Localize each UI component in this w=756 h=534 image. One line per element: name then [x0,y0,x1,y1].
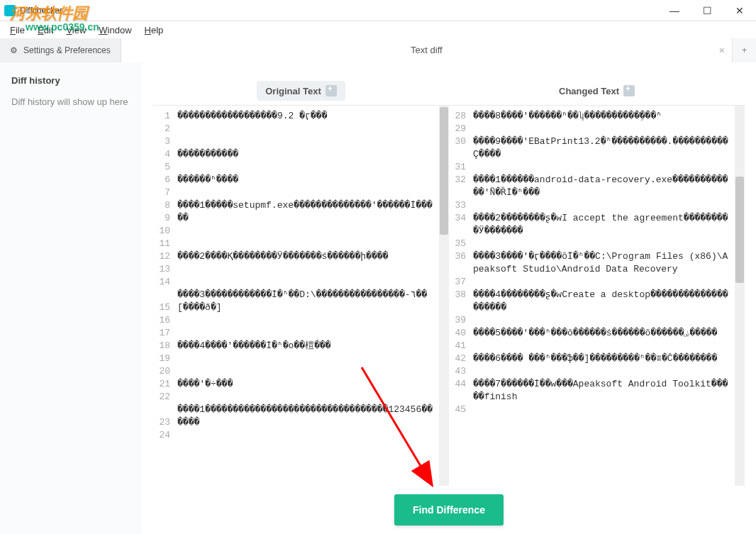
upload-icon[interactable] [326,85,337,96]
close-button[interactable]: ✕ [723,0,756,21]
original-text-header: Original Text [153,77,449,105]
changed-text-title: Changed Text [559,86,619,96]
upload-icon[interactable] [623,85,635,96]
maximize-button[interactable]: ☐ [691,0,723,21]
menu-edit[interactable]: Edit [32,23,59,37]
sidebar-title: Diff history [11,75,130,86]
menu-window[interactable]: Window [93,23,137,37]
app-icon [4,5,16,16]
tab-label: Text diff [411,45,443,55]
sliders-icon: ⚙ [10,45,18,55]
line-gutter: 282930 3132 3334 3536 3738 394041424344 … [449,106,470,486]
sidebar: Diff history Diff history will show up h… [0,62,142,534]
minimize-button[interactable]: — [658,0,691,21]
tab-add-button[interactable]: + [732,38,756,62]
scroll-thumb[interactable] [735,177,744,283]
line-gutter: 1234567891011121314 1516171819202122 232… [153,106,174,486]
toolbar: ⚙ Settings & Preferences Text diff × + [0,38,756,62]
scrollbar[interactable] [439,106,449,486]
app-title: Diffchecker [20,6,62,16]
settings-label: Settings & Preferences [23,45,111,55]
code-area[interactable]: ����8����'������ʱ��ʮ����������ܹ���ʱ ����… [470,106,735,486]
find-difference-button[interactable]: Find Difference [394,494,504,525]
original-text-title: Original Text [265,86,321,96]
original-text-editor[interactable]: 1234567891011121314 1516171819202122 232… [153,105,449,486]
menu-file[interactable]: File [4,23,30,37]
titlebar: Diffchecker — ☐ ✕ [0,0,756,21]
changed-text-editor[interactable]: 282930 3132 3334 3536 3738 394041424344 … [449,105,745,486]
code-area[interactable]: ������������������9.2 �ӷ��� ����������� … [174,106,439,486]
tab-text-diff[interactable]: Text diff × [121,38,732,62]
menu-view[interactable]: View [60,23,91,37]
menu-help[interactable]: Help [139,23,169,37]
menubar: File Edit View Window Help [0,21,756,38]
scroll-thumb[interactable] [440,107,448,235]
tab-close-icon[interactable]: × [719,45,725,56]
sidebar-empty-text: Diff history will show up here [11,96,130,109]
settings-preferences-button[interactable]: ⚙ Settings & Preferences [0,38,121,62]
scrollbar[interactable] [735,106,745,486]
changed-text-header: Changed Text [449,77,745,105]
